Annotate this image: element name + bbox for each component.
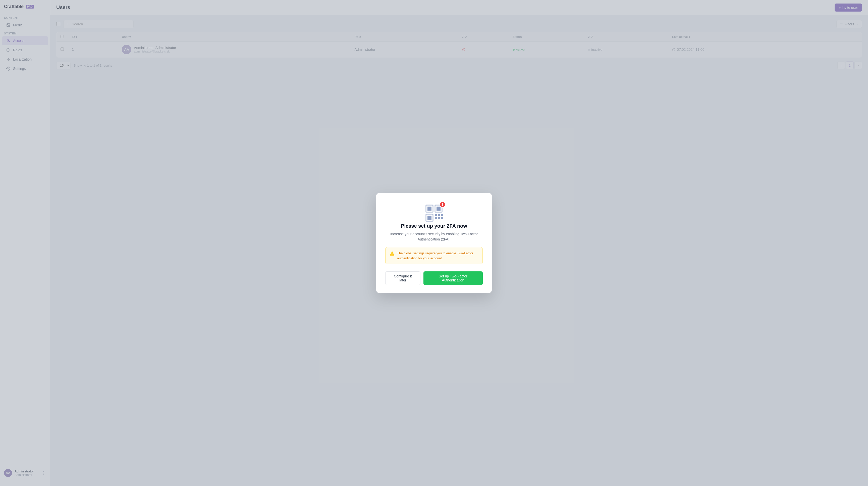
- modal-warning-box: ⚠️ The global settings require you to en…: [385, 247, 483, 264]
- modal-subtitle: Increase your account's security by enab…: [385, 232, 483, 242]
- app-layout: Craftable PRO CONTENT Media SYSTEM: [0, 0, 868, 486]
- qr-alert-badge: !: [439, 202, 445, 208]
- svg-rect-12: [428, 207, 432, 211]
- svg-rect-21: [441, 217, 443, 219]
- svg-rect-22: [441, 214, 443, 216]
- svg-rect-20: [438, 217, 440, 219]
- setup-2fa-button[interactable]: Set up Two-Factor Authentication: [424, 271, 483, 285]
- modal-icon-container: !: [424, 203, 444, 223]
- 2fa-setup-modal: ! Please set up your 2FA now Increase yo…: [376, 193, 492, 293]
- svg-rect-19: [435, 217, 437, 219]
- modal-actions: Configure it later Set up Two-Factor Aut…: [385, 271, 483, 285]
- svg-rect-16: [428, 216, 432, 220]
- modal-title: Please set up your 2FA now: [401, 223, 467, 229]
- modal-overlay: ! Please set up your 2FA now Increase yo…: [0, 0, 868, 486]
- svg-rect-18: [438, 214, 440, 216]
- warning-icon: ⚠️: [390, 251, 395, 256]
- svg-rect-17: [435, 214, 437, 216]
- modal-warning-text: The global settings require you to enabl…: [397, 251, 478, 261]
- configure-later-button[interactable]: Configure it later: [385, 271, 421, 285]
- svg-rect-14: [436, 207, 440, 211]
